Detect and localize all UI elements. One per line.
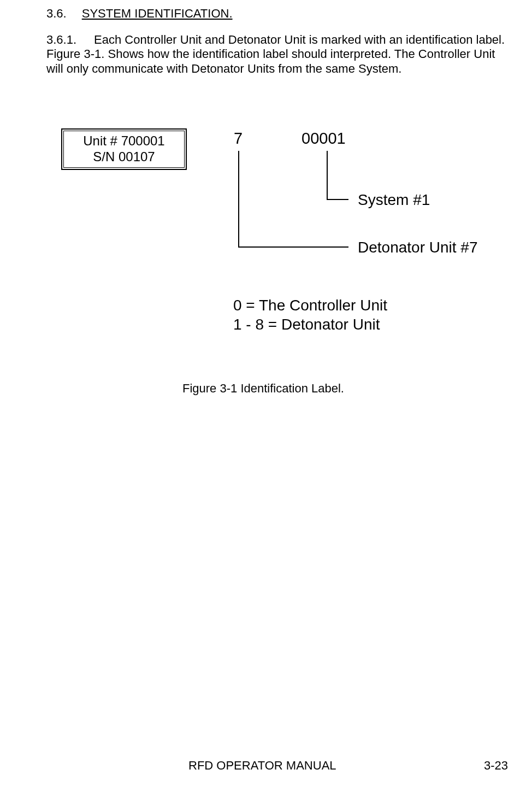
- leader-line-detonator-vertical: [238, 151, 239, 248]
- footer-page-number: 3-23: [484, 759, 508, 773]
- callout-detonator: Detonator Unit #7: [358, 239, 477, 256]
- leader-line-system-horizontal: [327, 199, 348, 200]
- id-label-unit: Unit # 700001: [83, 133, 164, 149]
- section-title: SYSTEM IDENTIFICATION.: [82, 7, 233, 20]
- legend-detonator: 1 - 8 = Detonator Unit: [233, 316, 380, 333]
- figure-caption: Figure 3-1 Identification Label.: [182, 381, 344, 396]
- section-heading: 3.6.SYSTEM IDENTIFICATION.: [46, 7, 233, 21]
- id-label-sn: S/N 00107: [93, 149, 155, 165]
- callout-system: System #1: [358, 191, 430, 209]
- page: 3.6.SYSTEM IDENTIFICATION. 3.6.1.Each Co…: [0, 0, 532, 787]
- footer-title: RFD OPERATOR MANUAL: [188, 759, 336, 773]
- identification-label-inner: Unit # 700001 S/N 00107: [63, 131, 185, 168]
- leader-line-system-vertical: [327, 151, 328, 200]
- paragraph-text: Each Controller Unit and Detonator Unit …: [46, 33, 505, 75]
- legend-controller: 0 = The Controller Unit: [233, 297, 387, 314]
- leader-line-detonator-horizontal: [238, 246, 348, 248]
- paragraph-number: 3.6.1.: [46, 33, 76, 47]
- section-paragraph: 3.6.1.Each Controller Unit and Detonator…: [46, 33, 511, 76]
- identification-label-box: Unit # 700001 S/N 00107: [61, 128, 187, 170]
- breakdown-rest-digits: 00001: [302, 130, 346, 148]
- breakdown-first-digit: 7: [234, 130, 243, 148]
- section-number: 3.6.: [46, 7, 67, 21]
